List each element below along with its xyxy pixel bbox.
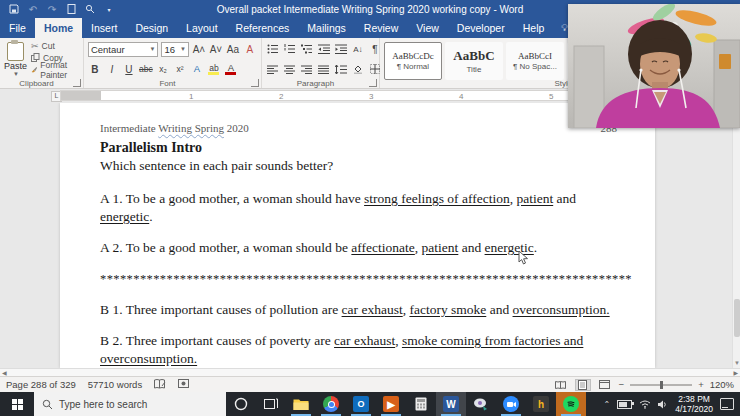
zoom-slider[interactable] [630,384,692,386]
paragraph-dialog-launcher[interactable] [369,79,377,87]
font-color-button[interactable]: A [224,62,238,77]
font-family-select[interactable]: Centaur ▼ [88,42,159,57]
align-left-button[interactable] [266,62,280,77]
sort-button[interactable]: A↓ [351,42,365,57]
clock[interactable]: 2:38 PM 4/17/2020 [675,394,713,414]
text-effects-button[interactable]: A [190,62,204,77]
cut-button[interactable]: ✂ Cut [31,40,79,51]
bold-button[interactable]: B [88,62,102,77]
outdent-icon [318,44,330,54]
chrome-button[interactable] [316,392,346,416]
scroll-down-arrow[interactable]: ▼ [733,358,740,368]
word-button[interactable]: W [436,392,466,416]
format-painter-button[interactable]: Format Painter [31,64,79,75]
cortana-button[interactable] [226,392,256,416]
tab-design[interactable]: Design [126,18,177,38]
text-segment: factory smoke [409,302,486,317]
honey-button[interactable]: h [526,392,556,416]
scroll-left-arrow[interactable]: ◀ [2,369,7,376]
file-explorer-button[interactable] [286,392,316,416]
style-normal[interactable]: AaBbCcDc ¶ Normal [384,42,442,80]
grow-font-button[interactable]: A˄ [192,42,206,57]
proofing-errors-icon[interactable] [154,379,166,391]
style-no-spacing[interactable]: AaBbCcI ¶ No Spac... [506,42,564,80]
tab-mailings[interactable]: Mailings [298,18,355,38]
wifi-icon[interactable] [639,400,651,409]
touch-mode-icon[interactable] [65,3,77,15]
shrink-font-button[interactable]: A˅ [209,42,223,57]
hidden-icons-button[interactable]: ⌃ [603,400,610,409]
line-spacing-button[interactable] [334,62,348,77]
redo-icon[interactable]: ↷ [46,3,58,15]
shading-button[interactable] [351,62,365,77]
increase-indent-button[interactable] [334,42,348,57]
zoom-button[interactable] [496,392,526,416]
italic-button[interactable]: I [105,62,119,77]
paintbrush-icon [31,65,37,74]
highlight-button[interactable]: ab [207,62,221,77]
customize-toolbar-icon[interactable]: ▾ [103,3,115,15]
tab-review[interactable]: Review [355,18,407,38]
style-sample: AaBbC [453,48,494,64]
text-segment: patient [422,240,459,255]
superscript-button[interactable]: x² [173,62,187,77]
macro-recording-icon[interactable] [178,379,189,390]
tab-home[interactable]: Home [35,18,82,38]
font-size-select[interactable]: 16 ▼ [161,42,189,57]
clear-formatting-button[interactable]: A [243,42,257,57]
task-view-button[interactable] [256,392,286,416]
tray-date: 4/17/2020 [675,404,713,414]
align-right-button[interactable] [300,62,314,77]
status-bar: Page 288 of 329 57710 words − + 120% [0,376,740,392]
tab-layout[interactable]: Layout [177,18,227,38]
paste-button[interactable]: Paste ▼ [4,40,27,77]
volume-icon[interactable] [658,400,668,409]
horizontal-scrollbar[interactable]: ◀ ▶ [0,368,740,376]
tab-help[interactable]: Help [514,18,554,38]
read-mode-button[interactable] [553,379,569,391]
scroll-right-arrow[interactable]: ▶ [733,369,738,376]
action-center-icon[interactable] [720,398,734,410]
tab-references[interactable]: References [227,18,299,38]
media-player-button[interactable]: ▶︎ [376,392,406,416]
zoom-in-button[interactable]: + [698,379,704,390]
tab-developer[interactable]: Developer [448,18,514,38]
align-center-button[interactable] [283,62,297,77]
calculator-button[interactable] [406,392,436,416]
numbering-button[interactable] [283,42,297,57]
undo-icon[interactable]: ↶ [27,3,39,15]
battery-icon[interactable] [617,400,632,409]
outlook-button[interactable]: O [346,392,376,416]
justify-button[interactable] [317,62,331,77]
subscript-button[interactable]: x₂ [156,62,170,77]
vertical-scroll-thumb[interactable] [734,299,740,337]
zoom-slider-thumb[interactable] [660,381,663,389]
multilevel-list-button[interactable] [300,42,314,57]
camera-app-button[interactable] [466,392,496,416]
zoom-level[interactable]: 120% [710,379,734,390]
web-layout-button[interactable] [597,379,613,391]
spotify-button[interactable] [556,392,586,416]
clipboard-dialog-launcher[interactable] [73,79,81,87]
tab-view[interactable]: View [407,18,448,38]
print-layout-button[interactable] [575,379,591,391]
decrease-indent-button[interactable] [317,42,331,57]
word-count[interactable]: 57710 words [88,379,142,390]
zoom-out-button[interactable]: − [619,379,625,390]
tab-file[interactable]: File [0,18,35,38]
document-page[interactable]: Intermediate Writing Spring 2020 288 Par… [60,103,655,368]
vertical-scrollbar[interactable]: ▼ [732,103,740,368]
save-icon[interactable] [8,3,20,15]
style-title[interactable]: AaBbC Title [445,42,503,80]
font-dialog-launcher[interactable] [251,79,259,87]
header-text: Intermediate Writing Spring 2020 [100,119,249,137]
start-button[interactable] [0,392,34,416]
page-indicator[interactable]: Page 288 of 329 [6,379,76,390]
underline-button[interactable]: U [122,62,136,77]
bullets-button[interactable] [266,42,280,57]
strikethrough-button[interactable]: abc [139,62,153,77]
tab-insert[interactable]: Insert [82,18,126,38]
search-icon[interactable] [84,3,96,15]
taskbar-search[interactable]: Type here to search [34,392,226,416]
change-case-button[interactable]: Aa [226,42,240,57]
